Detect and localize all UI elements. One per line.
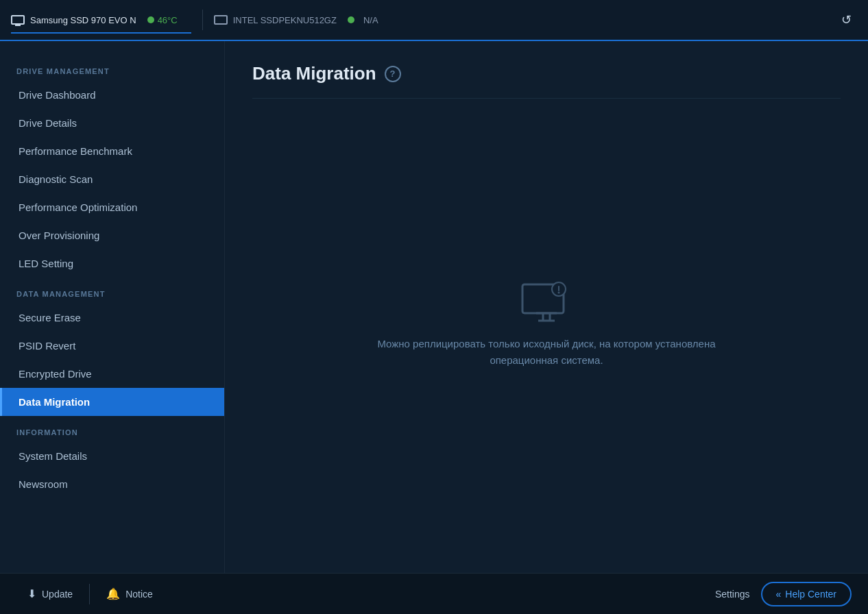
sidebar-section-information: INFORMATION: [0, 423, 224, 442]
update-icon: ⬇: [27, 587, 36, 600]
sidebar-item-psid-revert[interactable]: PSID Revert: [0, 332, 224, 360]
update-button[interactable]: ⬇ Update: [16, 582, 84, 606]
footer-divider: [89, 584, 90, 604]
help-center-button[interactable]: « Help Center: [761, 582, 852, 606]
help-icon[interactable]: ?: [385, 66, 401, 82]
settings-label: Settings: [715, 589, 750, 600]
refresh-button[interactable]: ↺: [835, 9, 857, 31]
help-center-prefix-icon: «: [776, 589, 782, 600]
drive2-name: INTEL SSDPEKNU512GZ: [233, 15, 337, 25]
drive2-status: N/A: [363, 15, 378, 25]
sidebar-item-system-details[interactable]: System Details: [0, 442, 224, 470]
drive2-status-dot: [348, 16, 354, 23]
temp-dot: [147, 16, 154, 23]
temp-value: 46°C: [158, 15, 178, 25]
main-layout: DRIVE MANAGEMENT Drive Dashboard Drive D…: [0, 41, 868, 573]
sidebar-item-performance-optimization[interactable]: Performance Optimization: [0, 193, 224, 221]
content-area: Data Migration ?: [225, 41, 868, 573]
notice-label: Notice: [125, 589, 153, 600]
sidebar-item-diagnostic-scan[interactable]: Diagnostic Scan: [0, 165, 224, 193]
update-label: Update: [42, 589, 73, 600]
empty-state-message: Можно реплицировать только исходный диск…: [375, 336, 718, 369]
refresh-icon: ↺: [841, 12, 852, 27]
empty-state: Можно реплицировать только исходный диск…: [252, 99, 841, 551]
sidebar-item-drive-dashboard[interactable]: Drive Dashboard: [0, 81, 224, 109]
sidebar-item-secure-erase[interactable]: Secure Erase: [0, 304, 224, 332]
notice-button[interactable]: 🔔 Notice: [95, 582, 164, 606]
sidebar-item-led-setting[interactable]: LED Setting: [0, 249, 224, 278]
sidebar-item-performance-benchmark[interactable]: Performance Benchmark: [0, 137, 224, 165]
sidebar-item-drive-details[interactable]: Drive Details: [0, 109, 224, 137]
sidebar-item-encrypted-drive[interactable]: Encrypted Drive: [0, 360, 224, 388]
sidebar-item-newsroom[interactable]: Newsroom: [0, 470, 224, 498]
drive1-name: Samsung SSD 970 EVO N: [30, 15, 136, 25]
settings-button[interactable]: Settings: [704, 583, 761, 605]
drive2-icon: [214, 15, 228, 25]
sidebar: DRIVE MANAGEMENT Drive Dashboard Drive D…: [0, 41, 225, 573]
empty-state-icon: [519, 281, 574, 322]
footer: ⬇ Update 🔔 Notice Settings « Help Center: [0, 573, 868, 614]
help-center-label: Help Center: [785, 589, 836, 600]
sidebar-section-drive-management: DRIVE MANAGEMENT: [0, 62, 224, 81]
sidebar-item-data-migration[interactable]: Data Migration: [0, 388, 224, 416]
topbar: Samsung SSD 970 EVO N 46°C INTEL SSDPEKN…: [0, 0, 868, 41]
drive1-icon: [11, 15, 25, 25]
sidebar-section-data-management: DATA MANAGEMENT: [0, 284, 224, 304]
drive1-tab[interactable]: Samsung SSD 970 EVO N 46°C: [11, 15, 191, 25]
temp-indicator: 46°C: [147, 15, 178, 25]
notice-icon: 🔔: [106, 587, 120, 600]
content-header: Data Migration ?: [252, 63, 841, 84]
topbar-divider: [202, 10, 203, 30]
svg-point-7: [558, 292, 560, 294]
sidebar-item-over-provisioning[interactable]: Over Provisioning: [0, 221, 224, 249]
drive2-tab[interactable]: INTEL SSDPEKNU512GZ N/A: [214, 15, 378, 25]
page-title: Data Migration: [252, 63, 376, 84]
